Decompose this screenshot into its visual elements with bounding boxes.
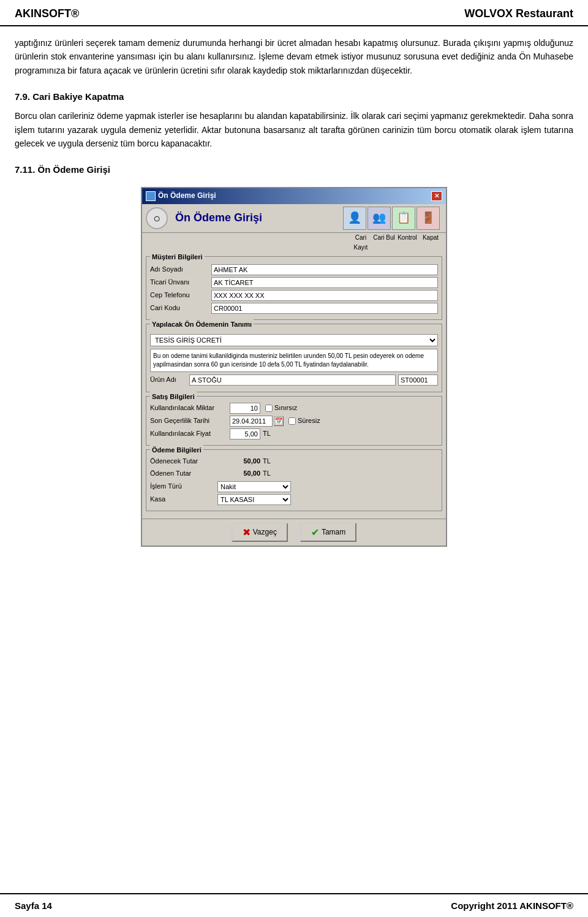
urun-code-input[interactable] xyxy=(398,375,438,386)
odenecek-tl: TL xyxy=(263,456,271,467)
header-brand-left: AKINSOFT® xyxy=(15,7,79,20)
copyright-text: Copyright 2011 AKINSOFT® xyxy=(451,900,573,911)
ticari-unvani-input[interactable] xyxy=(211,277,438,288)
kullandirilan-fiyat-row: Kullandırılacak Fiyat TL xyxy=(150,428,438,439)
islem-turu-label: İşlem Türü xyxy=(150,481,217,492)
son-gecerlilik-label: Son Geçerlilik Tarihi xyxy=(150,416,230,427)
close-button[interactable]: ✕ xyxy=(431,191,442,201)
section-711-title: 7.11. Ön Ödeme Girişi xyxy=(15,162,573,177)
page-footer: Sayfa 14 Copyright 2011 AKINSOFT® xyxy=(0,893,588,917)
header-brand-right: WOLVOX Restaurant xyxy=(464,7,573,20)
suresiz-checkbox-wrap: Süresiz xyxy=(288,416,320,427)
musteri-group-label: Müşteri Bilgileri xyxy=(150,252,205,263)
cep-telefonu-input[interactable] xyxy=(211,290,438,301)
odenen-tutar-label: Ödenen Tutar xyxy=(150,468,217,479)
cep-telefonu-row: Cep Telefonu xyxy=(150,290,438,301)
tamam-button[interactable]: ✔ Tamam xyxy=(300,523,356,542)
dialog-main-title: Ön Ödeme Girişi xyxy=(175,209,262,227)
check-icon: ✔ xyxy=(311,527,319,538)
kullandirilan-fiyat-label: Kullandırılacak Fiyat xyxy=(150,428,230,439)
tanim-group: Yapılacak Ön Ödemenin Tanımı TESİS GİRİŞ… xyxy=(146,324,442,392)
satis-group: Satış Bilgileri Kullandırılacak Miktar S… xyxy=(146,396,442,446)
sinirli-checkbox-wrap: Sınırsız xyxy=(265,403,297,414)
x-icon: ✖ xyxy=(243,527,251,538)
person-icon-2: 👥 xyxy=(368,207,391,230)
odenecek-tutar-value: 50,00 xyxy=(217,456,260,467)
tamam-label: Tamam xyxy=(322,528,345,536)
kasa-label: Kasa xyxy=(150,494,217,505)
cari-kodu-label: Cari Kodu xyxy=(150,303,211,314)
kullandirilan-fiyat-input[interactable] xyxy=(230,428,260,439)
tanim-description: Bu on odeme tanimi kullanildiginda muste… xyxy=(150,349,438,372)
ticari-unvani-row: Ticari Ünvanı xyxy=(150,277,438,288)
son-gecerlilik-row: Son Geçerlilik Tarihi 📅 Süresiz xyxy=(150,416,438,427)
vazgec-button[interactable]: ✖ Vazgeç xyxy=(232,523,288,542)
intro-paragraph: yaptığınız ürünleri seçerek tamam demeni… xyxy=(15,36,573,77)
kullandirilan-miktar-label: Kullandırılacak Miktar xyxy=(150,403,230,414)
dialog-toolbar: ○ Ön Ödeme Girişi 👤 👥 📋 🚪 xyxy=(142,204,446,233)
page-number: Sayfa 14 xyxy=(15,900,52,911)
suresiz-checkbox[interactable] xyxy=(288,417,296,425)
kullandirilan-miktar-row: Kullandırılacak Miktar Sınırsız xyxy=(150,403,438,414)
urun-label: Ürün Adı xyxy=(150,375,187,386)
tanim-group-label: Yapılacak Ön Ödemenin Tanımı xyxy=(150,319,254,330)
musteri-group: Müşteri Bilgileri Adı Soyadı Ticari Ünva… xyxy=(146,256,442,320)
dialog-footer: ✖ Vazgeç ✔ Tamam xyxy=(142,519,446,546)
dialog-wrapper: Ön Ödeme Girişi ✕ ○ Ön Ödeme Girişi 👤 👥 … xyxy=(15,187,573,546)
vazgec-label: Vazgeç xyxy=(253,528,277,536)
cep-telefonu-label: Cep Telefonu xyxy=(150,290,211,301)
odenecek-tutar-row: Ödenecek Tutar 50,00 TL xyxy=(150,456,438,467)
toolbar-icons-area: 👤 👥 📋 🚪 xyxy=(343,207,440,230)
tanim-select[interactable]: TESİS GİRİŞ ÜCRETİ xyxy=(150,334,438,346)
son-gecerlilik-input[interactable] xyxy=(230,416,273,427)
adi-soyadi-row: Adı Soyadı xyxy=(150,264,438,275)
section-79-text: Borcu olan carileriniz ödeme yapmak iste… xyxy=(15,109,573,150)
kontrol-label[interactable]: Kontrol xyxy=(396,233,419,253)
book-icon: 📋 xyxy=(392,207,415,230)
islem-turu-row: İşlem Türü Nakit xyxy=(150,481,438,492)
kasa-select[interactable]: TL KASASI xyxy=(217,494,291,505)
exit-icon: 🚪 xyxy=(417,207,440,230)
dialog-box: Ön Ödeme Girişi ✕ ○ Ön Ödeme Girişi 👤 👥 … xyxy=(141,187,447,546)
dialog-titlebar: Ön Ödeme Girişi ✕ xyxy=(142,188,446,204)
fiyat-tl-label: TL xyxy=(263,428,271,439)
odenen-tutar-value: 50,00 xyxy=(217,468,260,479)
dialog-body: Müşteri Bilgileri Adı Soyadı Ticari Ünva… xyxy=(142,254,446,519)
sinirli-checkbox[interactable] xyxy=(265,405,273,412)
islem-turu-select[interactable]: Nakit xyxy=(217,481,291,492)
odenen-tutar-row: Ödenen Tutar 50,00 TL xyxy=(150,468,438,479)
ticari-unvani-label: Ticari Ünvanı xyxy=(150,277,211,288)
odenecek-tutar-label: Ödenecek Tutar xyxy=(150,456,217,467)
cari-kodu-input[interactable] xyxy=(211,303,438,314)
satis-group-label: Satış Bilgileri xyxy=(150,392,197,403)
suresiz-label: Süresiz xyxy=(298,416,320,427)
adi-soyadi-input[interactable] xyxy=(211,264,438,275)
kasa-row: Kasa TL KASASI xyxy=(150,494,438,505)
sinirli-label: Sınırsız xyxy=(274,403,297,414)
odeme-group: Ödeme Bilgileri Ödenecek Tutar 50,00 TL … xyxy=(146,449,442,511)
cari-kodu-row: Cari Kodu xyxy=(150,303,438,314)
page-header: AKINSOFT® WOLVOX Restaurant xyxy=(0,0,588,26)
calendar-button[interactable]: 📅 xyxy=(274,416,284,426)
adi-soyadi-label: Adı Soyadı xyxy=(150,264,211,275)
kullandirilan-miktar-input[interactable] xyxy=(230,403,260,414)
dialog-titlebar-text: Ön Ödeme Girişi xyxy=(158,190,216,202)
page-content: yaptığınız ürünleri seçerek tamam demeni… xyxy=(0,36,588,611)
titlebar-left: Ön Ödeme Girişi xyxy=(146,190,216,202)
odeme-group-label: Ödeme Bilgileri xyxy=(150,445,203,456)
dialog-window-icon xyxy=(146,191,156,201)
tanim-dropdown-row: TESİS GİRİŞ ÜCRETİ xyxy=(150,334,438,346)
person-icon-1: 👤 xyxy=(343,207,366,230)
cari-kayit-label[interactable]: Cari Kayıt xyxy=(349,233,372,253)
section-79-title: 7.9. Cari Bakiye Kapatma xyxy=(15,89,573,104)
date-input-wrap: 📅 xyxy=(230,416,284,427)
urun-row: Ürün Adı xyxy=(150,375,438,386)
kapat-label[interactable]: Kapat xyxy=(419,233,442,253)
dialog-circle-icon: ○ xyxy=(146,207,168,229)
urun-input[interactable] xyxy=(189,375,396,386)
toolbar-labels-row: Cari Kayıt Cari Bul Kontrol Kapat xyxy=(142,233,446,254)
odenen-tl: TL xyxy=(263,468,271,479)
cari-bul-label[interactable]: Cari Bul xyxy=(372,233,396,253)
